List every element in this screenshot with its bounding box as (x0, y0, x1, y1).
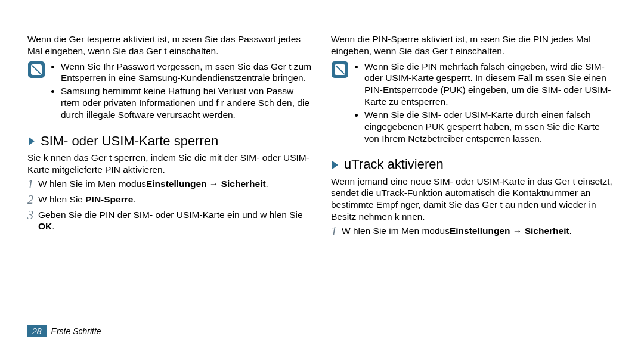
left-note-item: Samsung bernimmt keine Haftung bei Verlu… (61, 85, 313, 120)
step-bold: PIN-Sperre (85, 194, 133, 204)
note-icon (27, 61, 45, 79)
left-heading: SIM- oder USIM-Karte sperren (41, 133, 218, 149)
right-note-box: Wenn Sie die PIN mehrfach falsch eingebe… (331, 61, 617, 146)
page-number: 28 (27, 325, 47, 337)
left-heading-desc: Sie k nnen das Ger t sperren, indem Sie … (27, 152, 313, 176)
step-text: W hlen Sie im Men modus (38, 179, 146, 189)
left-note-box: Wenn Sie Ihr Passwort vergessen, m ssen … (27, 61, 313, 122)
right-heading: uTrack aktivieren (344, 156, 444, 173)
footer-section: Erste Schritte (51, 326, 101, 336)
right-note-list: Wenn Sie die PIN mehrfach falsch eingebe… (354, 61, 617, 146)
step-body: W hlen Sie im Men modusEinstellungen → S… (38, 178, 313, 190)
chevron-right-icon (331, 160, 339, 170)
left-step-2: 2 W hlen Sie PIN-Sperre. (27, 194, 313, 205)
page-footer: 28 Erste Schritte (27, 325, 101, 337)
right-step-1: 1 W hlen Sie im Men modusEinstellungen →… (331, 225, 617, 237)
step-number-icon: 3 (27, 209, 38, 221)
right-column: Wenn die PIN-Sperre aktiviert ist, m sse… (331, 33, 617, 337)
left-step-3: 3 Geben Sie die PIN der SIM- oder USIM-K… (27, 209, 313, 233)
step-bold: Sicherheit (525, 226, 569, 236)
right-note-item: Wenn Sie die PIN mehrfach falsch eingebe… (364, 61, 617, 108)
left-note-list: Wenn Sie Ihr Passwort vergessen, m ssen … (50, 61, 313, 122)
step-bold: OK (38, 221, 52, 231)
step-text: W hlen Sie im Men modus (342, 226, 450, 236)
left-heading-row: SIM- oder USIM-Karte sperren (27, 133, 313, 149)
step-bold: Einstellungen (146, 179, 207, 189)
step-text: Geben Sie die PIN der SIM- oder USIM-Kar… (38, 210, 303, 220)
step-text: W hlen Sie (38, 194, 83, 204)
left-steps: 1 W hlen Sie im Men modusEinstellungen →… (27, 178, 313, 233)
manual-page: Wenn die Ger tesperre aktiviert ist, m s… (0, 0, 644, 349)
svg-marker-7 (332, 161, 338, 169)
note-icon (331, 61, 349, 79)
step-bold: Sicherheit (221, 179, 266, 189)
right-steps: 1 W hlen Sie im Men modusEinstellungen →… (331, 225, 617, 237)
step-number-icon: 2 (27, 194, 38, 205)
left-step-1: 1 W hlen Sie im Men modusEinstellungen →… (27, 178, 313, 190)
left-note-item: Wenn Sie Ihr Passwort vergessen, m ssen … (61, 61, 313, 85)
right-note-item: Wenn Sie die SIM- oder USIM-Karte durch … (364, 109, 617, 144)
right-heading-desc: Wenn jemand eine neue SIM- oder USIM-Kar… (331, 176, 617, 223)
left-intro: Wenn die Ger tesperre aktiviert ist, m s… (27, 33, 313, 57)
step-arrow: → (207, 179, 221, 189)
right-heading-row: uTrack aktivieren (331, 156, 617, 173)
step-body: W hlen Sie im Men modusEinstellungen → S… (342, 225, 617, 237)
step-arrow: → (510, 226, 525, 236)
step-bold: Einstellungen (450, 226, 510, 236)
svg-marker-3 (29, 137, 35, 145)
right-intro: Wenn die PIN-Sperre aktiviert ist, m sse… (331, 33, 617, 57)
left-column: Wenn die Ger tesperre aktiviert ist, m s… (27, 33, 313, 337)
step-body: Geben Sie die PIN der SIM- oder USIM-Kar… (38, 209, 313, 233)
step-number-icon: 1 (27, 178, 38, 190)
step-number-icon: 1 (331, 225, 342, 237)
chevron-right-icon (27, 136, 36, 147)
step-body: W hlen Sie PIN-Sperre. (38, 194, 313, 205)
